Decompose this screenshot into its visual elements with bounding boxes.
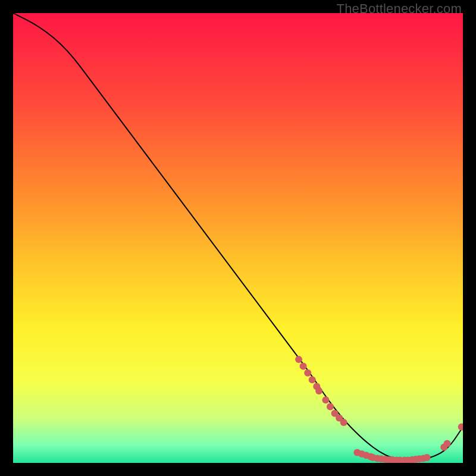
chart-svg [13, 13, 463, 463]
chart-plot-area [13, 13, 463, 463]
chart-marker [444, 440, 451, 447]
chart-marker [340, 419, 347, 426]
chart-marker [304, 369, 311, 377]
chart-background [13, 13, 463, 463]
watermark-text: TheBottlenecker.com [337, 1, 462, 17]
chart-marker [327, 403, 334, 411]
chart-marker [322, 396, 329, 403]
chart-marker [300, 362, 307, 369]
chart-marker [424, 454, 431, 461]
chart-marker [295, 356, 302, 363]
chart-marker [315, 387, 322, 394]
chart-marker [309, 376, 316, 383]
chart-stage: TheBottlenecker.com [0, 0, 476, 476]
